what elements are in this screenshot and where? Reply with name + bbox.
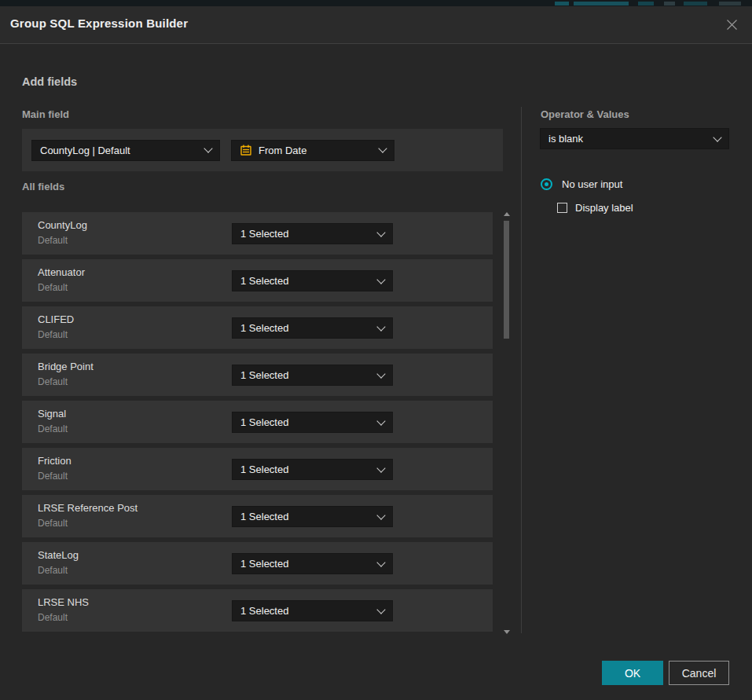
chevron-down-icon — [376, 275, 385, 284]
chevron-down-icon — [376, 322, 385, 331]
background-fragment — [555, 2, 569, 5]
chevron-down-icon — [376, 416, 385, 425]
field-name: LRSE NHS — [38, 596, 89, 608]
scroll-up-arrow-icon[interactable] — [504, 212, 510, 216]
no-user-input-label: No user input — [562, 178, 622, 190]
fields-scrollbar[interactable] — [503, 212, 510, 634]
field-sublabel: Default — [38, 565, 68, 576]
main-field-select[interactable]: From Date — [231, 140, 394, 161]
field-selection-dropdown[interactable]: 1 Selected — [232, 506, 393, 527]
field-sublabel: Default — [38, 612, 68, 623]
dialog-title: Group SQL Expression Builder — [10, 16, 188, 30]
field-selection-value: 1 Selected — [240, 228, 378, 240]
chevron-down-icon — [378, 144, 387, 152]
field-row-clifed: CLIFED Default 1 Selected — [22, 306, 493, 349]
field-selection-value: 1 Selected — [240, 464, 378, 475]
calendar-icon — [240, 144, 252, 156]
chevron-down-icon — [376, 464, 385, 472]
field-row-lrse-reference-post: LRSE Reference Post Default 1 Selected — [22, 495, 493, 537]
field-sublabel: Default — [38, 329, 68, 340]
field-name: Bridge Point — [38, 361, 94, 372]
field-row-countylog: CountyLog Default 1 Selected — [22, 212, 493, 255]
scrollbar-thumb[interactable] — [504, 221, 509, 339]
group-sql-expression-builder-dialog: Group SQL Expression Builder Add fields … — [0, 6, 752, 700]
screen: Group SQL Expression Builder Add fields … — [0, 0, 752, 700]
field-row-statelog: StateLog Default 1 Selected — [22, 542, 493, 585]
cancel-button[interactable]: Cancel — [669, 661, 729, 685]
layer-select[interactable]: CountyLog | Default — [31, 140, 220, 161]
background-fragment — [638, 2, 654, 5]
chevron-down-icon — [376, 605, 385, 614]
background-fragment — [574, 2, 629, 5]
radio-selected-icon[interactable] — [541, 178, 552, 190]
no-user-input-radio[interactable]: No user input — [541, 178, 622, 190]
field-selection-value: 1 Selected — [240, 322, 378, 334]
chevron-down-icon — [376, 511, 385, 519]
field-sublabel: Default — [38, 235, 68, 246]
field-selection-dropdown[interactable]: 1 Selected — [232, 270, 393, 291]
field-name: Friction — [38, 455, 72, 467]
field-selection-dropdown[interactable]: 1 Selected — [232, 365, 393, 386]
operator-select-value: is blank — [548, 133, 714, 145]
display-label-label: Display label — [575, 202, 633, 214]
ok-button[interactable]: OK — [602, 661, 663, 685]
all-fields-label: All fields — [22, 181, 64, 192]
field-sublabel: Default — [38, 423, 68, 434]
add-fields-heading: Add fields — [22, 75, 77, 88]
field-selection-dropdown[interactable]: 1 Selected — [232, 223, 393, 244]
background-app-strip — [0, 0, 752, 6]
field-name: Signal — [38, 408, 66, 420]
field-selection-dropdown[interactable]: 1 Selected — [232, 317, 393, 339]
field-sublabel: Default — [38, 471, 68, 482]
field-name: Attenuator — [38, 266, 85, 278]
chevron-down-icon — [713, 133, 721, 141]
operator-values-label: Operator & Values — [541, 108, 629, 120]
all-fields-list: CountyLog Default 1 Selected Attenuator … — [22, 212, 493, 632]
layer-select-value: CountyLog | Default — [40, 145, 205, 156]
field-selection-dropdown[interactable]: 1 Selected — [232, 600, 393, 621]
field-selection-value: 1 Selected — [240, 511, 378, 522]
main-field-label: Main field — [22, 108, 69, 120]
field-sublabel: Default — [38, 518, 68, 529]
field-selection-dropdown[interactable]: 1 Selected — [232, 553, 393, 574]
chevron-down-icon — [376, 369, 385, 378]
field-sublabel: Default — [38, 376, 68, 387]
field-selection-dropdown[interactable]: 1 Selected — [232, 459, 393, 480]
field-sublabel: Default — [38, 282, 68, 293]
vertical-divider — [521, 107, 522, 633]
field-selection-value: 1 Selected — [240, 416, 378, 428]
checkbox-unchecked-icon[interactable] — [557, 203, 567, 213]
close-icon[interactable] — [724, 16, 739, 32]
background-fragment — [719, 2, 741, 5]
background-fragment — [664, 2, 675, 5]
field-selection-value: 1 Selected — [240, 558, 378, 570]
chevron-down-icon — [204, 144, 212, 152]
field-row-bridge-point: Bridge Point Default 1 Selected — [22, 354, 493, 396]
field-row-friction: Friction Default 1 Selected — [22, 448, 493, 490]
field-selection-value: 1 Selected — [240, 275, 378, 287]
chevron-down-icon — [376, 228, 385, 236]
radio-dot — [545, 182, 548, 186]
field-selection-value: 1 Selected — [240, 605, 378, 617]
display-label-checkbox-row[interactable]: Display label — [557, 202, 633, 214]
scroll-down-arrow-icon[interactable] — [504, 630, 510, 634]
main-field-panel: CountyLog | Default From Date — [22, 129, 503, 171]
field-name: CountyLog — [38, 219, 87, 231]
field-row-signal: Signal Default 1 Selected — [22, 401, 493, 443]
field-selection-dropdown[interactable]: 1 Selected — [232, 412, 393, 433]
dialog-titlebar: Group SQL Expression Builder — [0, 6, 752, 44]
chevron-down-icon — [376, 558, 385, 566]
operator-select[interactable]: is blank — [540, 128, 729, 149]
field-row-lrse-nhs: LRSE NHS Default 1 Selected — [22, 589, 493, 632]
main-field-select-value: From Date — [259, 145, 373, 156]
field-selection-value: 1 Selected — [240, 369, 378, 381]
background-fragment — [684, 2, 707, 5]
field-name: CLIFED — [38, 313, 74, 325]
field-name: LRSE Reference Post — [38, 502, 138, 514]
field-row-attenuator: Attenuator Default 1 Selected — [22, 259, 493, 302]
field-name: StateLog — [38, 549, 79, 561]
